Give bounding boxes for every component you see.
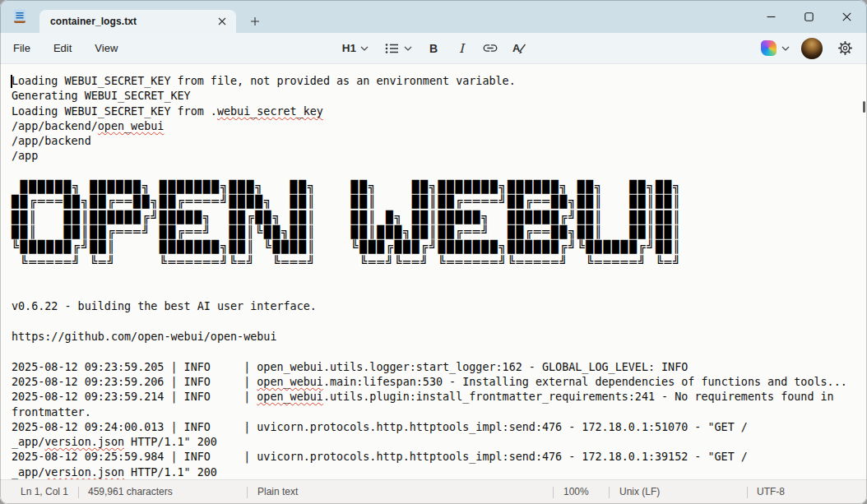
tab-container-logs[interactable]: container_logs.txt: [39, 10, 236, 33]
editor-line: ██╔═══██╗██╔══██╗██╔════╝████╗ ██║ ██║ █…: [12, 194, 864, 209]
editor-line: ██║ ██║██╔═══╝ ██╔══╝ ██║╚██╗██║ ██║███╗…: [12, 224, 864, 239]
status-line-ending: Unix (LF): [619, 480, 660, 504]
menu-edit[interactable]: Edit: [52, 39, 73, 58]
format-toolbar: H1 B I: [336, 33, 533, 63]
tab-close-icon[interactable]: [215, 14, 230, 29]
menus: File Edit View: [12, 33, 119, 63]
status-document-type: Plain text: [257, 480, 298, 504]
status-divider: [247, 487, 248, 498]
status-zoom-level: 100%: [563, 480, 589, 504]
editor-line: https://github.com/open-webui/open-webui: [12, 330, 864, 344]
misspelled-word: open_webui: [98, 120, 165, 132]
notepad-app-icon: [12, 8, 28, 25]
copilot-icon: [761, 40, 777, 56]
editor-line: Generating WEBUI_SECRET_KEY: [12, 89, 864, 104]
editor-line: 2025-08-12 09:23:59.206 | INFO | open_we…: [12, 375, 864, 390]
text-caret: [11, 75, 12, 88]
copilot-button[interactable]: [757, 36, 793, 61]
link-icon: [482, 41, 498, 55]
close-button[interactable]: [828, 0, 865, 33]
editor-line: ╚██████╔╝██║ ███████╗██║ ╚████║ ╚███╔███…: [12, 239, 864, 254]
editor-line: 2025-08-12 09:23:59.214 | INFO | open_we…: [12, 390, 864, 405]
editor-line: _app/version.json HTTP/1.1" 200: [12, 465, 864, 479]
italic-button[interactable]: I: [449, 36, 474, 61]
misspelled-word: open_webui: [257, 391, 323, 403]
menu-bar: File Edit View H1: [0, 33, 867, 64]
settings-button[interactable]: [831, 36, 859, 61]
title-bar[interactable]: container_logs.txt: [0, 0, 867, 33]
tab-title: container_logs.txt: [50, 16, 215, 27]
chevron-down-icon: [781, 46, 790, 51]
misspelled-word: open_webui: [257, 376, 323, 388]
notepad-window: container_logs.txt File Edit View: [0, 0, 867, 504]
chevron-down-icon: [404, 46, 412, 51]
heading-label: H1: [342, 42, 356, 54]
status-cursor-position: Ln 1, Col 1: [21, 480, 68, 504]
link-button[interactable]: [477, 36, 503, 61]
chevron-down-icon: [360, 46, 369, 51]
bold-button[interactable]: B: [421, 36, 446, 61]
misspelled-word: webui_secret_key: [217, 105, 323, 118]
misspelled-word: version.json: [44, 436, 124, 448]
avatar[interactable]: [801, 38, 823, 59]
editor-line: Loading WEBUI_SECRET_KEY from .webui_sec…: [12, 104, 864, 119]
text-editor[interactable]: Loading WEBUI_SECRET_KEY from file, not …: [0, 64, 867, 479]
window-controls: [752, 0, 865, 33]
italic-icon: I: [459, 41, 464, 56]
list-dropdown[interactable]: [378, 36, 418, 61]
vertical-scrollbar[interactable]: [863, 101, 865, 113]
status-character-count: 459,961 characters: [88, 480, 173, 504]
status-divider: [609, 487, 610, 498]
editor-line: 2025-08-12 09:23:59.205 | INFO | open_we…: [12, 360, 864, 375]
menu-view[interactable]: View: [93, 39, 119, 58]
editor-line: ██████╗ ██████╗ ███████╗███╗ ██╗ ██╗ ██╗…: [12, 179, 864, 194]
status-divider: [747, 487, 748, 498]
editor-line: 2025-08-12 09:25:59.984 | INFO | uvicorn…: [12, 450, 864, 465]
editor-line: [12, 315, 864, 330]
editor-line: Loading WEBUI_SECRET_KEY from file, not …: [12, 74, 864, 89]
minimize-button[interactable]: [752, 0, 790, 33]
editor-line: 2025-08-12 09:24:00.013 | INFO | uvicorn…: [12, 420, 864, 435]
editor-line: _app/version.json HTTP/1.1" 200: [12, 435, 864, 450]
list-icon: [385, 43, 399, 54]
clear-formatting-button[interactable]: A: [507, 36, 533, 61]
editor-line: frontmatter.: [12, 405, 864, 420]
editor-line: [12, 284, 864, 299]
toolbar-right: [757, 33, 859, 63]
bold-icon: B: [429, 42, 438, 55]
editor-line: /app: [12, 149, 864, 164]
status-bar: Ln 1, Col 1 459,961 characters Plain tex…: [0, 479, 867, 504]
editor-content: Loading WEBUI_SECRET_KEY from file, not …: [12, 74, 864, 479]
editor-line: [12, 270, 864, 284]
clear-formatting-icon: A: [512, 41, 527, 56]
gear-icon: [837, 40, 853, 56]
editor-line: v0.6.22 - building the best AI user inte…: [12, 299, 864, 314]
editor-line: ╚═════╝ ╚═╝ ╚══════╝╚═╝ ╚═══╝ ╚══╝╚══╝ ╚…: [12, 255, 864, 270]
menu-file[interactable]: File: [12, 39, 32, 58]
status-encoding: UTF-8: [757, 480, 785, 504]
heading-dropdown[interactable]: H1: [336, 36, 375, 61]
editor-line: /app/backend/open_webui: [12, 119, 864, 134]
status-divider: [553, 487, 554, 498]
editor-line: /app/backend: [12, 134, 864, 149]
editor-line: ██║ ██║██████╔╝█████╗ ██╔██╗ ██║ ██║ █╗ …: [12, 210, 864, 224]
status-divider: [78, 487, 79, 498]
maximize-button[interactable]: [790, 0, 828, 33]
new-tab-button[interactable]: [243, 10, 267, 33]
misspelled-word: version.json: [44, 466, 124, 479]
editor-line: [12, 164, 864, 179]
editor-line: [12, 344, 864, 359]
